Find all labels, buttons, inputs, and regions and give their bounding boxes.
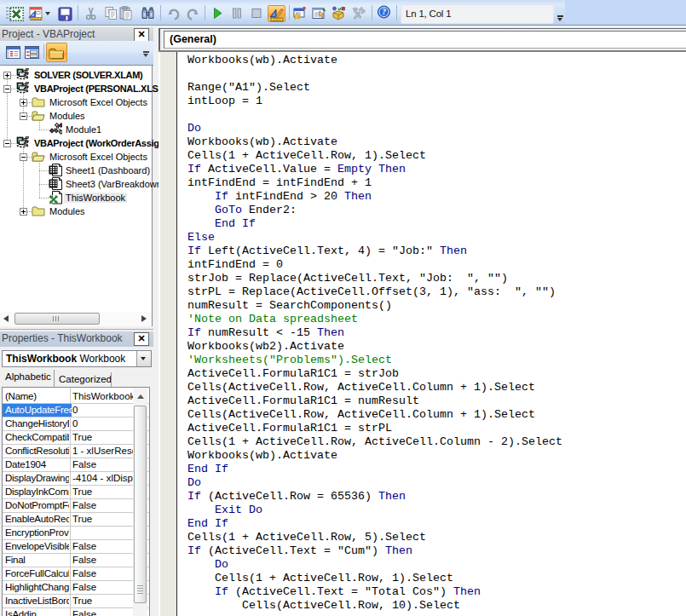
- svg-text:?: ?: [382, 7, 386, 16]
